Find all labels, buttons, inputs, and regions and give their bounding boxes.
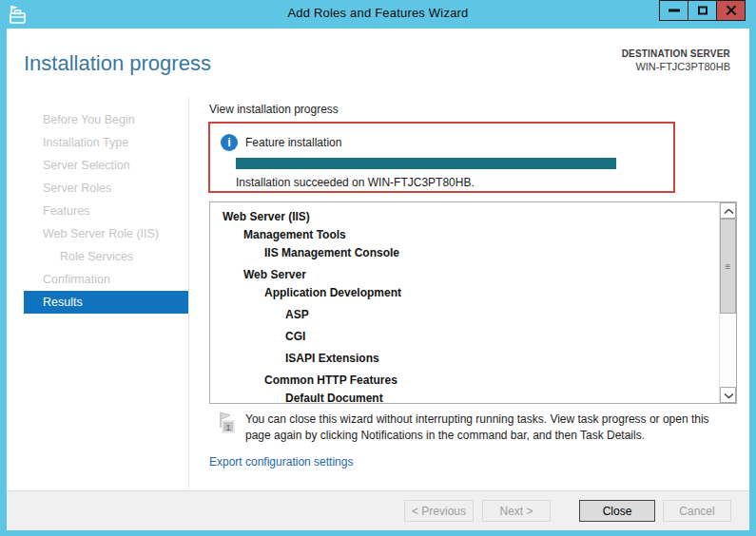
highlight-annotation-box: i Feature installation Installation succ… bbox=[208, 122, 675, 193]
previous-button[interactable]: < Previous bbox=[404, 500, 474, 522]
tree-item: Web Server (IIS) bbox=[223, 208, 736, 226]
installed-features-list: Web Server (IIS) Management Tools IIS Ma… bbox=[209, 201, 737, 404]
progress-bar-track bbox=[236, 158, 616, 169]
wizard-steps-sidebar: Before You Begin Installation Type Serve… bbox=[7, 108, 188, 314]
vertical-scrollbar[interactable]: ≡ bbox=[719, 202, 736, 403]
tree-item: ASP bbox=[223, 306, 736, 324]
scroll-up-button[interactable] bbox=[720, 202, 736, 219]
sidebar-item-confirmation: Confirmation bbox=[7, 268, 188, 291]
info-icon: i bbox=[221, 134, 238, 151]
maximize-icon bbox=[698, 7, 708, 15]
close-button[interactable]: Close bbox=[579, 500, 655, 522]
tree-item: IIS Management Console bbox=[223, 244, 736, 262]
notification-flag-icon: 1 bbox=[217, 412, 240, 436]
sidebar-item-server-roles: Server Roles bbox=[7, 177, 188, 200]
wizard-window: Add Roles and Features Wizard Installati… bbox=[0, 0, 756, 536]
feature-installation-title: Feature installation bbox=[245, 136, 341, 149]
titlebar: Add Roles and Features Wizard bbox=[0, 0, 756, 29]
tree-item: Application Development bbox=[223, 284, 736, 302]
svg-text:1: 1 bbox=[225, 423, 230, 432]
close-window-button[interactable] bbox=[716, 0, 746, 21]
sidebar-item-server-selection: Server Selection bbox=[7, 154, 188, 177]
minimize-button[interactable] bbox=[659, 0, 688, 21]
wizard-body: Installation progress DESTINATION SERVER… bbox=[7, 29, 749, 530]
sidebar-item-features: Features bbox=[7, 200, 188, 222]
scrollbar-thumb[interactable]: ≡ bbox=[720, 219, 736, 314]
section-label: View installation progress bbox=[209, 103, 339, 116]
installation-status-text: Installation succeeded on WIN-FTJC3PT80H… bbox=[236, 176, 475, 189]
sidebar-item-results[interactable]: Results bbox=[24, 291, 188, 314]
cancel-button[interactable]: Cancel bbox=[663, 500, 731, 522]
minimize-icon bbox=[669, 10, 680, 12]
sidebar-item-installation-type: Installation Type bbox=[7, 131, 188, 154]
next-button[interactable]: Next > bbox=[482, 500, 551, 522]
sidebar-item-web-server-role: Web Server Role (IIS) bbox=[7, 222, 188, 245]
export-configuration-link[interactable]: Export configuration settings bbox=[209, 455, 353, 469]
sidebar-item-before-you-begin: Before You Begin bbox=[7, 108, 188, 131]
sidebar-item-role-services: Role Services bbox=[7, 245, 188, 268]
close-icon bbox=[717, 1, 745, 20]
progress-bar-fill bbox=[236, 158, 616, 169]
destination-server-name: WIN-FTJC3PT80HB bbox=[622, 61, 730, 72]
tree-item: CGI bbox=[223, 328, 736, 346]
destination-server-label: DESTINATION SERVER bbox=[622, 48, 730, 59]
maximize-button[interactable] bbox=[688, 0, 717, 21]
window-controls bbox=[660, 0, 746, 21]
footer-bar: < Previous Next > Close Cancel bbox=[7, 490, 749, 530]
sidebar-divider bbox=[188, 97, 189, 488]
tree-item: Web Server bbox=[223, 266, 736, 284]
wizard-note: You can close this wizard without interr… bbox=[245, 412, 732, 444]
tree-item: Common HTTP Features bbox=[223, 372, 736, 390]
tree-item: Management Tools bbox=[223, 226, 736, 244]
page-title: Installation progress bbox=[24, 51, 211, 76]
window-title: Add Roles and Features Wizard bbox=[0, 6, 756, 20]
tree-item: ISAPI Extensions bbox=[223, 350, 736, 368]
tree-item: Default Document bbox=[223, 390, 736, 404]
feature-tree: Web Server (IIS) Management Tools IIS Ma… bbox=[210, 202, 736, 404]
scroll-down-button[interactable] bbox=[720, 387, 736, 403]
destination-server-block: DESTINATION SERVER WIN-FTJC3PT80HB bbox=[622, 48, 730, 72]
